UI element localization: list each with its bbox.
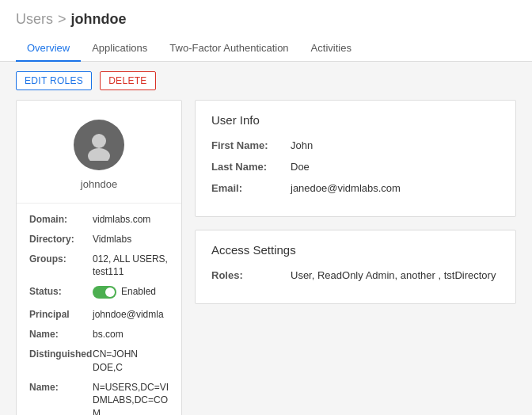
- breadcrumb-separator: >: [58, 11, 66, 28]
- distinguished-value: CN=JOHN DOE,C: [93, 348, 169, 375]
- user-display-name: johndoe: [81, 178, 117, 190]
- page-header: Users > johndoe Overview Applications Tw…: [0, 0, 532, 62]
- toggle-thumb: [105, 287, 115, 297]
- last-name-value: Doe: [291, 161, 500, 173]
- detail-directory: Directory: Vidmlabs: [29, 233, 169, 246]
- detail-domain: Domain: vidmlabs.com: [29, 213, 169, 227]
- user-avatar-icon: [83, 129, 115, 161]
- directory-value: Vidmlabs: [93, 233, 169, 246]
- toolbar: EDIT ROLES DELETE: [0, 62, 532, 100]
- detail-status: Status: Enabled: [29, 285, 169, 302]
- toggle-label: Enabled: [121, 285, 156, 299]
- left-panel: johndoe Domain: vidmlabs.com Directory: …: [16, 100, 182, 415]
- tab-two-factor[interactable]: Two-Factor Authentication: [158, 36, 299, 62]
- status-label: Status:: [29, 285, 93, 297]
- status-value: Enabled: [93, 285, 169, 302]
- edit-roles-button[interactable]: EDIT ROLES: [16, 71, 92, 90]
- first-name-label: First Name:: [211, 139, 291, 151]
- detail-principal: Principal johndoe@vidmla: [29, 308, 169, 322]
- groups-label: Groups:: [29, 253, 93, 265]
- tab-activities[interactable]: Activities: [300, 36, 363, 62]
- domain-label: Domain:: [29, 213, 93, 225]
- user-info-card: User Info First Name: John Last Name: Do…: [195, 100, 516, 217]
- breadcrumb-current: johndoe: [71, 11, 127, 28]
- email-row: Email: janedoe@vidmlabs.com: [211, 182, 500, 194]
- dn-name-value: N=USERS,DC=VIDMLABS,DC=COM: [93, 381, 169, 415]
- toggle-track: [93, 286, 116, 299]
- email-value: janedoe@vidmlabs.com: [291, 182, 500, 194]
- last-name-row: Last Name: Doe: [211, 161, 500, 173]
- detail-groups: Groups: 012, ALL USERS,test111: [29, 253, 169, 280]
- detail-distinguished: Distinguished CN=JOHN DOE,C: [29, 348, 169, 375]
- breadcrumb-parent: Users: [16, 11, 53, 28]
- user-info-title: User Info: [211, 113, 500, 127]
- delete-button[interactable]: DELETE: [100, 71, 155, 90]
- directory-label: Directory:: [29, 233, 93, 245]
- user-details: Domain: vidmlabs.com Directory: Vidmlabs…: [17, 204, 181, 415]
- dn-name-label: Name:: [29, 381, 93, 393]
- content-area: johndoe Domain: vidmlabs.com Directory: …: [0, 100, 532, 415]
- last-name-label: Last Name:: [211, 161, 291, 173]
- first-name-row: First Name: John: [211, 139, 500, 151]
- first-name-value: John: [291, 139, 500, 151]
- roles-row: Roles: User, ReadOnly Admin, another , t…: [211, 269, 500, 281]
- tab-applications[interactable]: Applications: [81, 36, 158, 62]
- roles-value: User, ReadOnly Admin, another , tstDirec…: [291, 269, 500, 281]
- svg-point-1: [88, 148, 110, 161]
- groups-value: 012, ALL USERS,test111: [93, 253, 169, 280]
- breadcrumb: Users > johndoe: [16, 11, 516, 28]
- name-value: bs.com: [93, 328, 169, 341]
- distinguished-label: Distinguished: [29, 348, 93, 360]
- access-settings-card: Access Settings Roles: User, ReadOnly Ad…: [195, 230, 516, 304]
- detail-name: Name: bs.com: [29, 328, 169, 341]
- detail-dn-name: Name: N=USERS,DC=VIDMLABS,DC=COM: [29, 381, 169, 415]
- tabs: Overview Applications Two-Factor Authent…: [16, 36, 516, 61]
- avatar: [74, 120, 124, 170]
- svg-point-0: [92, 134, 106, 148]
- roles-label: Roles:: [211, 269, 291, 281]
- domain-value: vidmlabs.com: [93, 213, 169, 227]
- status-toggle[interactable]: Enabled: [93, 285, 156, 299]
- right-panel: User Info First Name: John Last Name: Do…: [195, 100, 516, 415]
- principal-label: Principal: [29, 308, 93, 320]
- avatar-section: johndoe: [17, 101, 181, 204]
- tab-overview[interactable]: Overview: [16, 36, 81, 62]
- principal-value: johndoe@vidmla: [93, 308, 169, 322]
- access-settings-title: Access Settings: [211, 243, 500, 257]
- email-label: Email:: [211, 182, 291, 194]
- name-label: Name:: [29, 328, 93, 340]
